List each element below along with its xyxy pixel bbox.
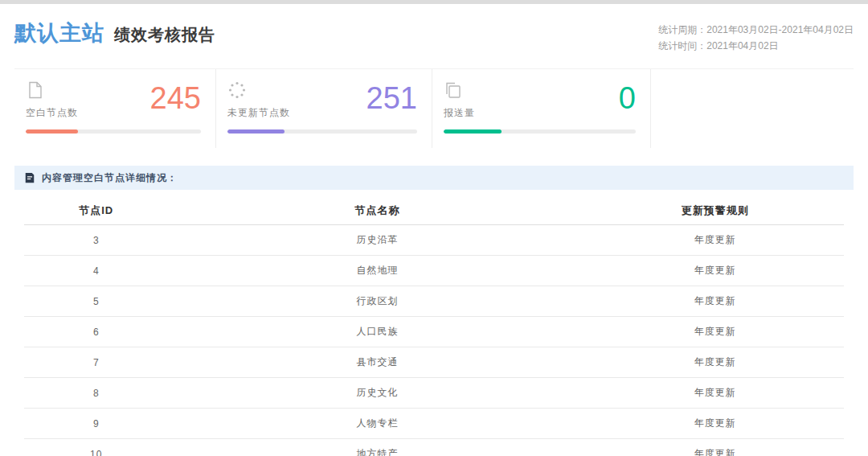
table-cell: 年度更新 — [587, 256, 844, 286]
table-cell: 自然地理 — [169, 256, 587, 286]
page-title: 绩效考核报告 — [114, 24, 215, 46]
stat-card-not-updated-nodes: 未更新节点数 251 — [215, 69, 432, 148]
stat-card-blank-nodes: 空白节点数 245 — [14, 69, 215, 148]
table-cell: 5 — [24, 286, 169, 317]
progress-track — [444, 129, 636, 134]
stat-card-label: 未更新节点数 — [227, 106, 290, 120]
progress-fill — [227, 129, 285, 134]
table-row: 9人物专栏年度更新 — [24, 409, 844, 439]
table-row: 8历史文化年度更新 — [24, 378, 844, 409]
progress-track — [227, 129, 417, 134]
table-cell: 4 — [24, 256, 169, 286]
table-cell: 历史沿革 — [169, 225, 587, 256]
table-cell: 6 — [24, 317, 169, 347]
report-meta: 统计周期：2021年03月02日-2021年04月02日 统计时间：2021年0… — [658, 18, 854, 54]
stat-period-text: 统计周期：2021年03月02日-2021年04月02日 — [658, 22, 854, 38]
table-cell: 行政区划 — [169, 286, 587, 317]
table-cell: 地方特产 — [169, 439, 587, 456]
table-cell: 7 — [24, 347, 169, 378]
stat-cards: 空白节点数 245 未更新节点数 251 — [14, 68, 854, 148]
section-header-bar: 内容管理空白节点详细情况： — [14, 166, 854, 190]
table-cell: 年度更新 — [587, 347, 844, 378]
nodes-table-wrap: 节点ID 节点名称 更新预警规则 3历史沿革年度更新4自然地理年度更新5行政区划… — [24, 196, 844, 456]
table-cell: 年度更新 — [587, 409, 844, 439]
table-cell: 10 — [24, 439, 169, 456]
stat-card-value: 0 — [619, 80, 636, 116]
progress-fill — [26, 129, 78, 134]
stat-card-submissions: 报送量 0 — [432, 69, 651, 148]
table-cell: 人物专栏 — [169, 409, 587, 439]
table-cell: 人口民族 — [169, 317, 587, 347]
col-header-node-name: 节点名称 — [169, 196, 587, 225]
stat-time-text: 统计时间：2021年04月02日 — [658, 38, 854, 54]
report-document-icon — [24, 172, 35, 183]
stat-card-label: 空白节点数 — [26, 106, 78, 120]
table-body: 3历史沿革年度更新4自然地理年度更新5行政区划年度更新6人口民族年度更新7县市交… — [24, 225, 844, 456]
table-cell: 年度更新 — [587, 378, 844, 409]
table-cell: 8 — [24, 378, 169, 409]
col-header-update-rule: 更新预警规则 — [587, 196, 844, 225]
title-group: 默认主站 绩效考核报告 — [14, 18, 215, 47]
table-row: 3历史沿革年度更新 — [24, 225, 844, 256]
table-cell: 3 — [24, 225, 169, 256]
stat-card-value: 251 — [366, 80, 417, 116]
table-row: 6人口民族年度更新 — [24, 317, 844, 347]
table-cell: 年度更新 — [587, 225, 844, 256]
stat-card-value: 245 — [150, 80, 201, 116]
section-title: 内容管理空白节点详细情况： — [42, 171, 178, 185]
table-row: 5行政区划年度更新 — [24, 286, 844, 317]
table-cell: 年度更新 — [587, 439, 844, 456]
table-cell: 年度更新 — [587, 317, 844, 347]
table-row: 4自然地理年度更新 — [24, 256, 844, 286]
col-header-node-id: 节点ID — [24, 196, 169, 225]
table-row: 10地方特产年度更新 — [24, 439, 844, 456]
table-cell: 县市交通 — [169, 347, 587, 378]
table-cell: 年度更新 — [587, 286, 844, 317]
site-name[interactable]: 默认主站 — [14, 18, 104, 47]
page-header: 默认主站 绩效考核报告 统计周期：2021年03月02日-2021年04月02日… — [0, 4, 868, 65]
table-cell: 历史文化 — [169, 378, 587, 409]
table-header-row: 节点ID 节点名称 更新预警规则 — [24, 196, 844, 225]
spinner-icon — [227, 80, 247, 100]
table-cell: 9 — [24, 409, 169, 439]
copy-icon — [444, 80, 463, 100]
table-row: 7县市交通年度更新 — [24, 347, 844, 378]
document-icon — [26, 80, 45, 100]
progress-fill — [444, 129, 502, 134]
nodes-table: 节点ID 节点名称 更新预警规则 3历史沿革年度更新4自然地理年度更新5行政区划… — [24, 196, 844, 456]
progress-track — [26, 129, 201, 134]
stat-card-label: 报送量 — [444, 106, 475, 120]
